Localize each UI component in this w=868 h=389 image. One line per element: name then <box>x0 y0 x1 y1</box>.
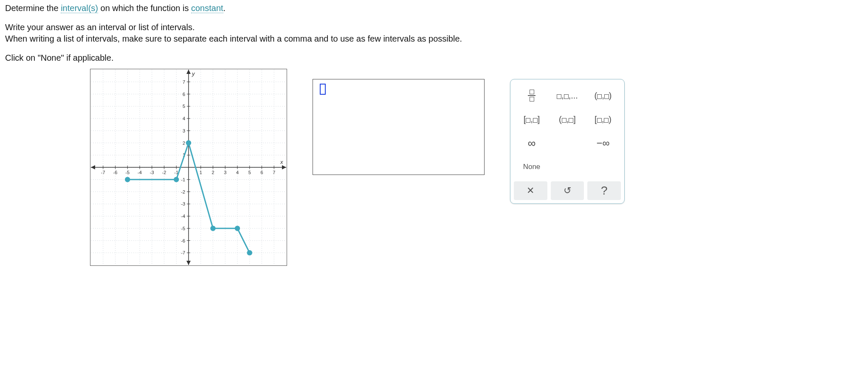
svg-text:7: 7 <box>273 170 275 175</box>
svg-marker-35 <box>186 261 191 265</box>
closed-open-interval-button[interactable]: [,) <box>585 108 621 130</box>
neg-infinity-button[interactable]: −∞ <box>585 132 621 154</box>
fraction-button[interactable] <box>514 85 550 107</box>
question-line-3: When writing a list of intervals, make s… <box>5 34 863 44</box>
svg-text:4: 4 <box>183 116 185 121</box>
text: ] <box>538 115 540 124</box>
svg-text:5: 5 <box>248 170 251 175</box>
symbol-palette: ,,... (,) [,] (,] [,) ∞ −∞ None <box>510 79 625 204</box>
svg-marker-32 <box>282 165 286 169</box>
text: ] <box>573 115 576 124</box>
svg-text:y: y <box>192 70 195 77</box>
none-button[interactable]: None <box>514 156 550 178</box>
svg-text:-3: -3 <box>150 170 154 175</box>
text: ) <box>609 91 612 100</box>
text: Determine the <box>5 3 61 13</box>
term-link-intervals[interactable]: interval(s) <box>61 3 98 13</box>
text: , <box>569 91 571 100</box>
svg-line-96 <box>189 143 213 228</box>
svg-text:x: x <box>280 159 283 165</box>
svg-point-99 <box>125 178 130 182</box>
svg-marker-34 <box>186 70 191 74</box>
svg-line-95 <box>176 143 189 180</box>
svg-text:-6: -6 <box>113 170 118 175</box>
svg-point-101 <box>186 141 191 145</box>
svg-marker-33 <box>91 165 95 169</box>
question-line-1: Determine the interval(s) on which the f… <box>5 3 863 13</box>
text: ) <box>609 115 612 124</box>
closed-closed-interval-button[interactable]: [,] <box>514 108 550 130</box>
open-open-interval-button[interactable]: (,) <box>585 85 621 107</box>
svg-text:4: 4 <box>236 170 239 175</box>
clear-button[interactable]: ✕ <box>514 181 547 200</box>
palette-spacer <box>585 156 621 178</box>
undo-button[interactable]: ↺ <box>551 181 584 200</box>
svg-text:-1: -1 <box>181 177 185 182</box>
svg-text:3: 3 <box>183 128 185 133</box>
svg-text:-7: -7 <box>101 170 105 175</box>
text: ( <box>595 91 597 100</box>
svg-text:6: 6 <box>183 92 185 97</box>
svg-text:-7: -7 <box>181 250 185 255</box>
svg-point-104 <box>248 251 252 255</box>
svg-text:3: 3 <box>224 170 226 175</box>
question-line-4: Click on "None" if applicable. <box>5 53 863 63</box>
svg-text:5: 5 <box>183 104 185 109</box>
svg-text:-4: -4 <box>138 170 142 175</box>
svg-text:-3: -3 <box>181 201 185 206</box>
text: ( <box>559 115 562 124</box>
svg-text:1: 1 <box>200 170 202 175</box>
svg-text:6: 6 <box>260 170 263 175</box>
svg-point-102 <box>211 226 215 231</box>
svg-text:2: 2 <box>211 170 214 175</box>
svg-text:7: 7 <box>183 79 185 85</box>
svg-text:-4: -4 <box>181 214 185 219</box>
graph-container: -7-6-5-4-3-2-11234567-7-6-5-4-3-2-112345… <box>90 69 287 266</box>
question-line-2: Write your answer as an interval or list… <box>5 23 863 32</box>
term-link-constant[interactable]: constant <box>191 3 223 13</box>
svg-text:2: 2 <box>183 141 185 146</box>
open-closed-interval-button[interactable]: (,] <box>550 108 585 130</box>
text: on which the function is <box>98 3 191 13</box>
svg-point-103 <box>235 226 240 231</box>
answer-input-box[interactable] <box>313 79 485 175</box>
list-button[interactable]: ,,... <box>550 85 585 107</box>
function-graph: -7-6-5-4-3-2-11234567-7-6-5-4-3-2-112345… <box>91 70 286 265</box>
svg-line-98 <box>237 228 250 253</box>
svg-text:-2: -2 <box>162 170 166 175</box>
svg-point-100 <box>174 178 178 182</box>
svg-text:-5: -5 <box>181 226 185 231</box>
answer-cursor <box>320 84 326 95</box>
svg-text:-6: -6 <box>181 238 185 243</box>
svg-text:-5: -5 <box>125 170 130 175</box>
palette-spacer <box>550 132 585 154</box>
palette-spacer <box>550 156 585 178</box>
svg-text:-2: -2 <box>181 189 185 194</box>
text: . <box>223 3 226 13</box>
infinity-button[interactable]: ∞ <box>514 132 550 154</box>
help-button[interactable]: ? <box>587 181 621 200</box>
